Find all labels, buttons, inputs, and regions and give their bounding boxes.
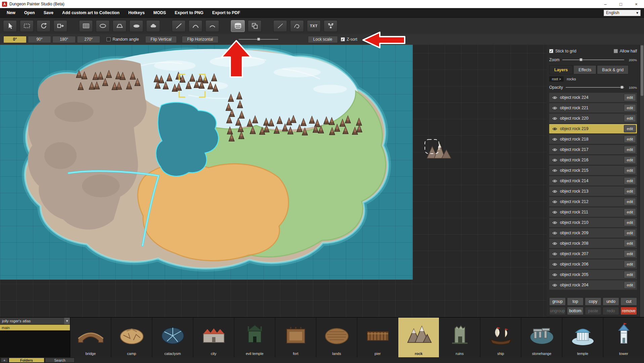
node-tree-tool-button[interactable] <box>324 20 337 32</box>
line-draw-tool-button[interactable] <box>273 20 287 32</box>
rotate-180deg-button[interactable]: 180° <box>52 36 76 43</box>
visibility-eye-icon[interactable] <box>552 263 557 266</box>
visibility-eye-icon[interactable] <box>552 242 557 245</box>
add-folder-button[interactable]: + <box>1 358 8 363</box>
asset-card-bridge[interactable]: bridge <box>70 318 111 357</box>
layer-edit-button[interactable]: edit <box>624 240 636 247</box>
layer-edit-button[interactable]: edit <box>624 125 636 132</box>
visibility-eye-icon[interactable] <box>552 221 557 225</box>
asset-card-evil-temple[interactable]: evil temple <box>234 318 275 357</box>
export-selection-tool-button[interactable] <box>53 20 67 32</box>
visibility-eye-icon[interactable] <box>552 190 557 193</box>
layer-row-object-rock-211[interactable]: object rock 211edit <box>549 207 637 217</box>
cut-button[interactable]: cut <box>620 297 637 306</box>
atlas-dropdown[interactable]: jolly roger's atlas ▼ <box>0 318 70 324</box>
remove-button[interactable]: remove <box>620 307 637 315</box>
tab-effects[interactable]: Effects <box>573 65 596 74</box>
wall-curve-tool-button[interactable] <box>189 20 202 32</box>
asset-card-stonehange[interactable]: stonehange <box>521 318 562 357</box>
layer-edit-button[interactable]: edit <box>624 219 636 226</box>
layer-edit-button[interactable]: edit <box>624 135 636 143</box>
flip-vertical-button[interactable]: Flip Vertical <box>145 36 177 43</box>
layer-row-object-rock-215[interactable]: object rock 215edit <box>549 166 637 175</box>
folder-item-main[interactable]: main <box>0 325 70 330</box>
layer-edit-button[interactable]: edit <box>624 271 636 278</box>
layer-edit-button[interactable]: edit <box>624 94 636 101</box>
layer-row-object-rock-206[interactable]: object rock 206edit <box>549 259 637 269</box>
z-sort-checkbox[interactable]: Z-sort <box>341 37 357 42</box>
layer-edit-button[interactable]: edit <box>624 146 636 153</box>
rotate-270deg-button[interactable]: 270° <box>77 36 100 43</box>
layer-row-object-rock-212[interactable]: object rock 212edit <box>549 197 637 206</box>
layer-row-object-rock-217[interactable]: object rock 217edit <box>549 145 637 154</box>
layer-edit-button[interactable]: edit <box>624 167 636 174</box>
layer-edit-button[interactable]: edit <box>624 250 636 257</box>
layer-row-object-rock-209[interactable]: object rock 209edit <box>549 228 637 238</box>
search-tab-button[interactable]: Search <box>45 358 75 363</box>
layer-edit-button[interactable]: edit <box>624 281 636 289</box>
folders-tab-button[interactable]: Folders <box>9 358 44 363</box>
trapezoid-room-tool-button[interactable] <box>113 20 126 32</box>
layer-edit-button[interactable]: edit <box>624 208 636 216</box>
asset-card-temple[interactable]: temple <box>562 318 603 357</box>
visibility-eye-icon[interactable] <box>552 231 557 235</box>
maximize-button[interactable]: □ <box>613 0 629 8</box>
lasso-curve-tool-button[interactable] <box>290 20 304 32</box>
menu-item-hotkeys[interactable]: Hotkeys <box>125 9 148 16</box>
layer-row-object-rock-210[interactable]: object rock 210edit <box>549 218 637 227</box>
opacity-slider[interactable] <box>566 85 624 89</box>
visibility-eye-icon[interactable] <box>552 283 557 287</box>
layer-row-object-rock-207[interactable]: object rock 207edit <box>549 249 637 258</box>
asset-card-tower[interactable]: tower <box>603 318 644 357</box>
tab-back-grid[interactable]: Back & grid <box>597 65 629 74</box>
layer-edit-button[interactable]: edit <box>624 198 636 205</box>
layer-edit-button[interactable]: edit <box>624 260 636 268</box>
layer-edit-button[interactable]: edit <box>624 188 636 195</box>
visibility-eye-icon[interactable] <box>552 106 557 110</box>
rotate-0deg-button[interactable]: 0° <box>3 36 27 43</box>
layer-edit-button[interactable]: edit <box>624 177 636 185</box>
layer-row-object-rock-213[interactable]: object rock 213edit <box>549 187 637 196</box>
menu-item-add-custom-art-to-collection[interactable]: Add custom art to Collection <box>59 9 123 16</box>
layer-row-object-rock-224[interactable]: object rock 224edit <box>549 93 637 102</box>
layer-edit-button[interactable]: edit <box>624 229 636 237</box>
wall-line-tool-button[interactable] <box>172 20 186 32</box>
visibility-eye-icon[interactable] <box>552 200 557 204</box>
allow-half-checkbox[interactable]: Allow half <box>614 49 637 53</box>
stick-to-grid-checkbox[interactable]: Stick to grid <box>549 49 576 53</box>
map-canvas[interactable] <box>0 45 547 317</box>
cloud-room-tool-button[interactable] <box>146 20 160 32</box>
random-angle-checkbox[interactable]: Random angle <box>107 37 139 42</box>
menu-item-new[interactable]: New <box>3 9 19 16</box>
tab-layers[interactable]: Layers <box>549 65 573 74</box>
visibility-eye-icon[interactable] <box>552 273 557 277</box>
menu-item-mods[interactable]: MODS <box>150 9 169 16</box>
slider-handle[interactable] <box>620 86 623 89</box>
breadcrumb-root[interactable]: root > <box>549 76 564 82</box>
language-select[interactable]: English ▾ <box>604 10 641 16</box>
asset-card-ship[interactable]: ship <box>480 318 521 357</box>
slider-handle[interactable] <box>257 38 260 41</box>
oval-room-tool-button[interactable] <box>129 20 143 32</box>
visibility-eye-icon[interactable] <box>552 96 557 99</box>
layer-row-object-rock-221[interactable]: object rock 221edit <box>549 103 637 113</box>
visibility-eye-icon[interactable] <box>552 158 557 162</box>
layer-edit-button[interactable]: edit <box>624 115 636 122</box>
asset-card-city[interactable]: city <box>193 318 234 357</box>
menu-item-export-to-pdf[interactable]: Export to PDF <box>209 9 243 16</box>
grid-room-tool-button[interactable] <box>79 20 93 32</box>
zoom-slider[interactable] <box>562 58 624 62</box>
rotate-tool-button[interactable] <box>37 20 50 32</box>
layer-row-object-rock-216[interactable]: object rock 216edit <box>549 155 637 165</box>
visibility-eye-icon[interactable] <box>552 210 557 214</box>
layer-edit-button[interactable]: edit <box>624 104 636 112</box>
visibility-eye-icon[interactable] <box>552 252 557 256</box>
ellipse-room-tool-button[interactable] <box>96 20 110 32</box>
marquee-select-tool-button[interactable] <box>20 20 34 32</box>
scrollbar-thumb[interactable] <box>641 45 643 96</box>
wall-arc-tool-button[interactable] <box>205 20 219 32</box>
object-stack-tool-button[interactable] <box>231 20 245 32</box>
top-button[interactable]: top <box>567 297 583 306</box>
asset-card-ruins[interactable]: ruins <box>439 318 480 357</box>
copy-button[interactable]: copy <box>585 297 601 306</box>
